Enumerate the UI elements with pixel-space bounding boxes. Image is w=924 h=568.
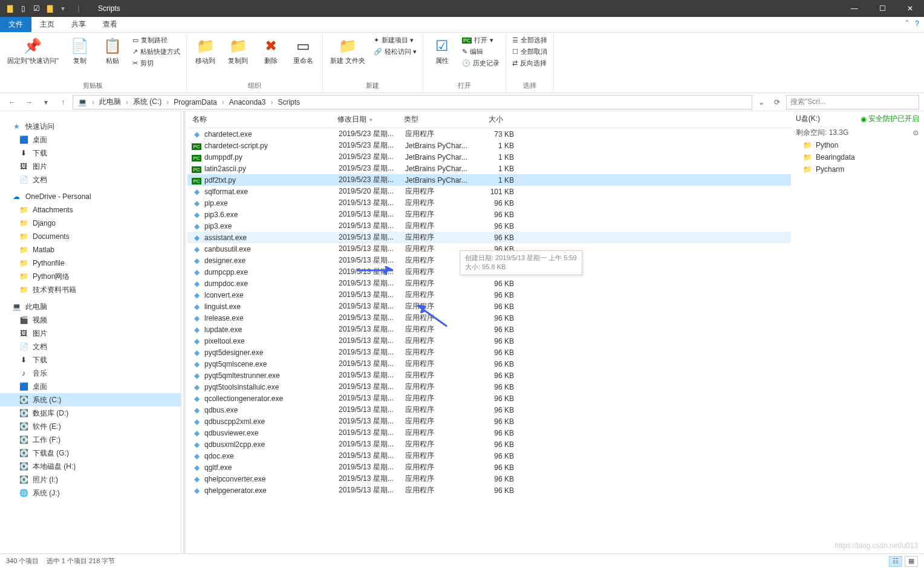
col-date[interactable]: 修改日期 ▼ bbox=[333, 112, 399, 127]
table-row[interactable]: ◆lrelease.exe2019/5/13 星期...应用程序96 KB bbox=[187, 312, 791, 324]
up-button[interactable]: ↑ bbox=[56, 95, 70, 109]
col-type[interactable]: 类型 bbox=[399, 112, 466, 127]
minimize-button[interactable]: — bbox=[841, 0, 868, 17]
nav-item[interactable]: 🖼图片 bbox=[0, 160, 181, 173]
table-row[interactable]: ◆pip3.exe2019/5/13 星期...应用程序96 KB bbox=[187, 220, 791, 232]
table-row[interactable]: ◆qhelpgenerator.exe2019/5/13 星期...应用程序96… bbox=[187, 485, 791, 496]
forward-button[interactable]: → bbox=[22, 95, 36, 109]
table-row[interactable]: PClatin2ascii.py2019/5/23 星期...JetBrains… bbox=[187, 163, 791, 174]
nav-item[interactable]: 💽照片 (I:) bbox=[0, 473, 181, 486]
pin-button[interactable]: 📌固定到"快速访问" bbox=[4, 35, 62, 66]
back-button[interactable]: ← bbox=[5, 95, 19, 109]
table-row[interactable]: ◆qdbuscpp2xml.exe2019/5/13 星期...应用程序96 K… bbox=[187, 416, 791, 427]
search-input[interactable]: 搜索"Scri... bbox=[786, 95, 919, 109]
qat-dropdown-icon[interactable]: ▾ bbox=[58, 4, 68, 13]
paste-button[interactable]: 📋粘贴 bbox=[97, 35, 128, 66]
breadcrumb-dropdown[interactable]: ⌄ bbox=[755, 98, 768, 106]
pane-divider[interactable] bbox=[181, 111, 187, 553]
tab-file[interactable]: 文件 bbox=[0, 17, 31, 32]
nav-item[interactable]: 📄文档 bbox=[0, 173, 181, 186]
table-row[interactable]: ◆pyqt5designer.exe2019/5/13 星期...应用程序96 … bbox=[187, 347, 791, 358]
pasteshortcut-button[interactable]: ↗粘贴快捷方式 bbox=[130, 47, 183, 57]
tab-share[interactable]: 共享 bbox=[63, 17, 94, 32]
easyaccess-button[interactable]: 🔗轻松访问 ▾ bbox=[371, 47, 419, 57]
gear-icon[interactable]: ⚙ bbox=[913, 129, 919, 137]
table-row[interactable]: ◆qhelpconverter.exe2019/5/13 星期...应用程序96… bbox=[187, 473, 791, 485]
crumb-p2[interactable]: Anaconda3 bbox=[227, 98, 268, 106]
moveto-button[interactable]: 📁移动到 bbox=[190, 35, 221, 66]
crumb-c[interactable]: 系统 (C:) bbox=[131, 97, 164, 107]
table-row[interactable]: ◆qdbus.exe2019/5/13 星期...应用程序96 KB bbox=[187, 404, 791, 416]
nav-item[interactable]: 📁Documents bbox=[0, 230, 181, 243]
table-row[interactable]: ◆assistant.exe2019/5/13 星期...应用程序96 KB bbox=[187, 232, 791, 243]
properties-button[interactable]: ☑属性 bbox=[427, 35, 457, 66]
nav-item[interactable]: 🖼图片 bbox=[0, 327, 181, 340]
nav-item[interactable]: 📁技术资料书籍 bbox=[0, 283, 181, 296]
copyto-button[interactable]: 📁复制到 bbox=[223, 35, 253, 66]
table-row[interactable]: ◆qdoc.exe2019/5/13 星期...应用程序96 KB bbox=[187, 450, 791, 462]
table-row[interactable]: PCchardetect-script.py2019/5/23 星期...Jet… bbox=[187, 140, 791, 151]
nav-item[interactable]: 📄文档 bbox=[0, 340, 181, 353]
help-icon[interactable]: ? bbox=[915, 19, 919, 28]
nav-item[interactable]: 🎬视频 bbox=[0, 313, 181, 327]
table-row[interactable]: ◆pixeltool.exe2019/5/13 星期...应用程序96 KB bbox=[187, 335, 791, 347]
table-row[interactable]: ◆pip.exe2019/5/13 星期...应用程序96 KB bbox=[187, 197, 791, 209]
recent-button[interactable]: ▾ bbox=[39, 95, 53, 109]
nav-item[interactable]: ⬇下载 bbox=[0, 353, 181, 367]
table-row[interactable]: ◆pyqt5qmlscene.exe2019/5/13 星期...应用程序96 … bbox=[187, 358, 791, 370]
table-row[interactable]: ◆sqlformat.exe2019/5/20 星期...应用程序101 KB bbox=[187, 186, 791, 197]
nav-item[interactable]: 📁Attachments bbox=[0, 203, 181, 217]
table-row[interactable]: ◆pip3.6.exe2019/5/13 星期...应用程序96 KB bbox=[187, 209, 791, 220]
nav-item[interactable]: ⬇下载 bbox=[0, 146, 181, 160]
nav-item[interactable]: 💽本地磁盘 (H:) bbox=[0, 460, 181, 473]
nav-item[interactable]: 💽系统 (C:) bbox=[0, 393, 181, 406]
nav-item[interactable]: 💽工作 (F:) bbox=[0, 433, 181, 446]
table-row[interactable]: ◆linguist.exe2019/5/13 星期...应用程序96 KB bbox=[187, 301, 791, 312]
open-button[interactable]: PC打开 ▾ bbox=[460, 35, 502, 45]
nav-item[interactable]: 💻此电脑 bbox=[0, 300, 181, 313]
crumb-pc[interactable]: 此电脑 bbox=[97, 97, 123, 107]
rp-folder[interactable]: 📁Pycharm bbox=[791, 163, 924, 175]
table-row[interactable]: ◆lupdate.exe2019/5/13 星期...应用程序96 KB bbox=[187, 324, 791, 335]
rp-folder[interactable]: 📁Bearingdata bbox=[791, 151, 924, 163]
newitem-button[interactable]: ✦新建项目 ▾ bbox=[371, 35, 419, 45]
qat-btn[interactable]: ▯ bbox=[18, 4, 28, 13]
delete-button[interactable]: ✖删除 bbox=[256, 35, 286, 66]
nav-item[interactable]: 🌐系统 (J:) bbox=[0, 486, 181, 500]
rename-button[interactable]: ▭重命名 bbox=[288, 35, 319, 66]
breadcrumb[interactable]: 💻 › 此电脑 › 系统 (C:) › ProgramData › Anacon… bbox=[73, 95, 752, 109]
table-row[interactable]: ◆pyqt5qmltestrunner.exe2019/5/13 星期...应用… bbox=[187, 370, 791, 381]
invert-button[interactable]: ⇄反向选择 bbox=[510, 58, 550, 68]
rp-folder[interactable]: 📁Python bbox=[791, 139, 924, 151]
table-row[interactable]: ◆chardetect.exe2019/5/23 星期...应用程序73 KB bbox=[187, 128, 791, 140]
copypath-button[interactable]: ▭复制路径 bbox=[130, 35, 183, 45]
drive-label[interactable]: U盘(K:) bbox=[796, 114, 820, 124]
nav-item[interactable]: 🟦桌面 bbox=[0, 380, 181, 393]
nav-item[interactable]: 📁Python网络 bbox=[0, 270, 181, 283]
nav-item[interactable]: ♪音乐 bbox=[0, 367, 181, 380]
selectnone-button[interactable]: ☐全部取消 bbox=[510, 47, 550, 57]
table-row[interactable]: ◆qdbusviewer.exe2019/5/13 星期...应用程序96 KB bbox=[187, 427, 791, 439]
copy-button[interactable]: 📄复制 bbox=[65, 35, 95, 66]
maximize-button[interactable]: ☐ bbox=[868, 0, 896, 17]
table-row[interactable]: ◆lconvert.exe2019/5/13 星期...应用程序96 KB bbox=[187, 289, 791, 301]
view-details-button[interactable]: ☷ bbox=[889, 556, 902, 567]
nav-item[interactable]: 📁Matlab bbox=[0, 243, 181, 256]
table-row[interactable]: ◆pyqt5toolsinstalluic.exe2019/5/13 星期...… bbox=[187, 381, 791, 393]
table-row[interactable]: ◆qdbusxml2cpp.exe2019/5/13 星期...应用程序96 K… bbox=[187, 439, 791, 450]
newfolder-button[interactable]: 📁新建 文件夹 bbox=[327, 35, 369, 66]
nav-item[interactable]: ★快速访问 bbox=[0, 120, 181, 133]
tab-home[interactable]: 主页 bbox=[31, 17, 63, 32]
table-row[interactable]: ◆qcollectiongenerator.exe2019/5/13 星期...… bbox=[187, 393, 791, 404]
qat-check-icon[interactable]: ☑ bbox=[31, 4, 41, 13]
refresh-button[interactable]: ⟳ bbox=[770, 98, 784, 106]
edit-button[interactable]: ✎编辑 bbox=[460, 47, 502, 57]
close-button[interactable]: ✕ bbox=[896, 0, 924, 17]
nav-item[interactable]: 📁Django bbox=[0, 217, 181, 230]
table-row[interactable]: ◆qgltf.exe2019/5/13 星期...应用程序96 KB bbox=[187, 462, 791, 473]
col-size[interactable]: 大小 bbox=[466, 112, 508, 127]
nav-item[interactable]: 💽软件 (E:) bbox=[0, 420, 181, 433]
table-row[interactable]: PCdumppdf.py2019/5/23 星期...JetBrains PyC… bbox=[187, 151, 791, 163]
crumb-p3[interactable]: Scripts bbox=[275, 98, 302, 106]
nav-item[interactable]: 🟦桌面 bbox=[0, 133, 181, 146]
